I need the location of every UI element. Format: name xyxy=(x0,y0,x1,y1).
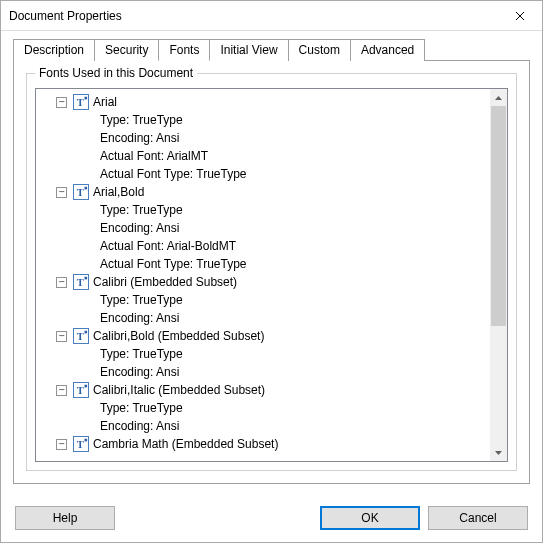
font-detail-line: Type: TrueType xyxy=(100,201,488,219)
font-node: −TArialType: TrueTypeEncoding: AnsiActua… xyxy=(38,93,488,183)
fonts-groupbox: Fonts Used in this Document −TArialType:… xyxy=(26,73,517,471)
font-details: Type: TrueTypeEncoding: AnsiActual Font:… xyxy=(38,111,488,183)
font-name-label: Cambria Math (Embedded Subset) xyxy=(93,437,278,451)
font-detail-line: Actual Font: Arial-BoldMT xyxy=(100,237,488,255)
svg-rect-11 xyxy=(85,331,88,334)
font-detail-line: Actual Font: ArialMT xyxy=(100,147,488,165)
tab-security[interactable]: Security xyxy=(94,39,159,61)
svg-text:T: T xyxy=(77,97,84,108)
font-detail-line: Encoding: Ansi xyxy=(100,309,488,327)
font-node: −TCalibri,Italic (Embedded Subset)Type: … xyxy=(38,381,488,435)
font-node: −TCalibri (Embedded Subset)Type: TrueTyp… xyxy=(38,273,488,327)
content-area: Description Security Fonts Initial View … xyxy=(1,31,542,496)
font-icon: T xyxy=(73,274,89,290)
font-node: −TCalibri,Bold (Embedded Subset)Type: Tr… xyxy=(38,327,488,381)
svg-rect-2 xyxy=(85,97,88,100)
chevron-up-icon xyxy=(495,96,502,100)
scroll-track[interactable] xyxy=(490,106,507,444)
font-details: Type: TrueTypeEncoding: Ansi xyxy=(38,345,488,381)
tab-fonts[interactable]: Fonts xyxy=(158,39,210,61)
svg-rect-14 xyxy=(85,385,88,388)
scroll-down-button[interactable] xyxy=(490,444,507,461)
tree-collapse-icon[interactable]: − xyxy=(56,277,67,288)
tree-collapse-icon[interactable]: − xyxy=(56,187,67,198)
font-header[interactable]: −TCalibri (Embedded Subset) xyxy=(38,273,488,291)
svg-text:T: T xyxy=(77,187,84,198)
svg-rect-8 xyxy=(85,277,88,280)
tree-collapse-icon[interactable]: − xyxy=(56,97,67,108)
font-icon: T xyxy=(73,436,89,452)
font-details: Type: TrueTypeEncoding: Ansi xyxy=(38,291,488,327)
font-detail-line: Encoding: Ansi xyxy=(100,363,488,381)
font-detail-line: Actual Font Type: TrueType xyxy=(100,165,488,183)
help-button[interactable]: Help xyxy=(15,506,115,530)
scroll-thumb[interactable] xyxy=(491,106,506,326)
font-header[interactable]: −TCalibri,Bold (Embedded Subset) xyxy=(38,327,488,345)
tab-description[interactable]: Description xyxy=(13,39,95,61)
tab-panel-fonts: Fonts Used in this Document −TArialType:… xyxy=(13,60,530,484)
font-header[interactable]: −TCambria Math (Embedded Subset) xyxy=(38,435,488,453)
font-name-label: Arial xyxy=(93,95,117,109)
font-details: Type: TrueTypeEncoding: Ansi xyxy=(38,399,488,435)
font-icon: T xyxy=(73,328,89,344)
tree-collapse-icon[interactable]: − xyxy=(56,385,67,396)
font-name-label: Calibri (Embedded Subset) xyxy=(93,275,237,289)
font-tree[interactable]: −TArialType: TrueTypeEncoding: AnsiActua… xyxy=(36,89,490,461)
ok-button[interactable]: OK xyxy=(320,506,420,530)
font-detail-line: Type: TrueType xyxy=(100,399,488,417)
svg-rect-5 xyxy=(85,187,88,190)
close-button[interactable] xyxy=(497,1,542,30)
svg-text:T: T xyxy=(77,277,84,288)
cancel-button[interactable]: Cancel xyxy=(428,506,528,530)
titlebar: Document Properties xyxy=(1,1,542,31)
font-node: −TCambria Math (Embedded Subset) xyxy=(38,435,488,453)
svg-rect-17 xyxy=(85,439,88,442)
tab-advanced[interactable]: Advanced xyxy=(350,39,425,61)
font-header[interactable]: −TArial xyxy=(38,93,488,111)
tree-collapse-icon[interactable]: − xyxy=(56,439,67,450)
font-details: Type: TrueTypeEncoding: AnsiActual Font:… xyxy=(38,201,488,273)
svg-text:T: T xyxy=(77,439,84,450)
tab-strip: Description Security Fonts Initial View … xyxy=(13,39,530,61)
font-detail-line: Type: TrueType xyxy=(100,291,488,309)
font-detail-line: Type: TrueType xyxy=(100,111,488,129)
groupbox-label: Fonts Used in this Document xyxy=(35,66,197,80)
font-name-label: Calibri,Bold (Embedded Subset) xyxy=(93,329,264,343)
font-detail-line: Actual Font Type: TrueType xyxy=(100,255,488,273)
vertical-scrollbar[interactable] xyxy=(490,89,507,461)
tab-initial-view[interactable]: Initial View xyxy=(209,39,288,61)
chevron-down-icon xyxy=(495,451,502,455)
window-title: Document Properties xyxy=(9,9,122,23)
font-detail-line: Encoding: Ansi xyxy=(100,417,488,435)
font-icon: T xyxy=(73,184,89,200)
svg-text:T: T xyxy=(77,331,84,342)
svg-text:T: T xyxy=(77,385,84,396)
scroll-up-button[interactable] xyxy=(490,89,507,106)
button-row: Help OK Cancel xyxy=(1,496,542,542)
dialog-window: Document Properties Description Security… xyxy=(0,0,543,543)
font-node: −TArial,BoldType: TrueTypeEncoding: Ansi… xyxy=(38,183,488,273)
font-tree-container: −TArialType: TrueTypeEncoding: AnsiActua… xyxy=(35,88,508,462)
button-group-right: OK Cancel xyxy=(320,506,528,530)
tree-collapse-icon[interactable]: − xyxy=(56,331,67,342)
font-header[interactable]: −TCalibri,Italic (Embedded Subset) xyxy=(38,381,488,399)
close-icon xyxy=(515,8,525,24)
font-icon: T xyxy=(73,94,89,110)
font-name-label: Calibri,Italic (Embedded Subset) xyxy=(93,383,265,397)
font-name-label: Arial,Bold xyxy=(93,185,144,199)
font-detail-line: Encoding: Ansi xyxy=(100,219,488,237)
tab-custom[interactable]: Custom xyxy=(288,39,351,61)
font-detail-line: Encoding: Ansi xyxy=(100,129,488,147)
font-header[interactable]: −TArial,Bold xyxy=(38,183,488,201)
font-detail-line: Type: TrueType xyxy=(100,345,488,363)
font-icon: T xyxy=(73,382,89,398)
